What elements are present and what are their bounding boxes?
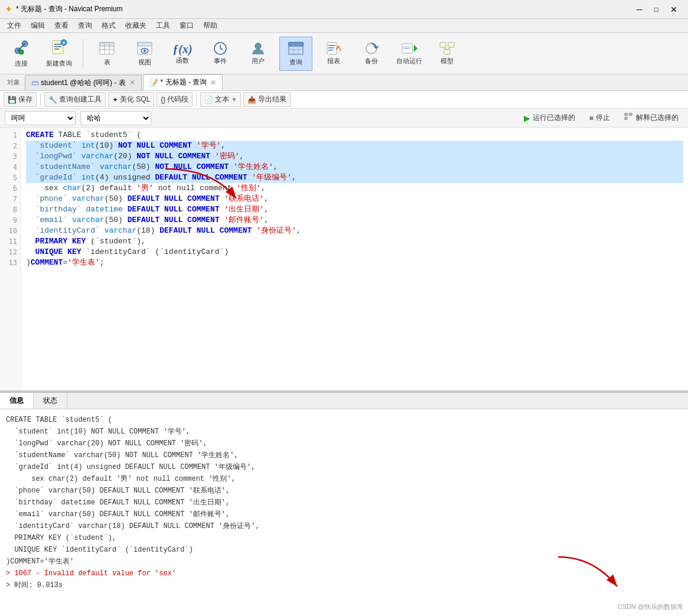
code-line-5: `gradeId` int(4) unsigned DEFAULT NULL C… (26, 172, 683, 183)
tool-connect-label: 连接 (15, 59, 28, 68)
tab-info[interactable]: 信息 (0, 393, 34, 409)
autorun-icon (401, 41, 418, 57)
line-num-6: 6 (0, 183, 21, 194)
db-select-2[interactable]: 哈哈 (80, 111, 151, 125)
menu-favorites[interactable]: 收藏夹 (120, 19, 151, 32)
editor-container[interactable]: 1 2 3 4 5 6 7 8 9 10 11 12 13 CREATE TAB… (0, 128, 688, 390)
snippet-button[interactable]: {} 代码段 (156, 92, 193, 107)
info-line-9: `email` varchar(50) DEFAULT NULL COMMENT… (6, 509, 682, 520)
code-line-10: `identityCard` varchar(18) DEFAULT NULL … (26, 226, 683, 236)
bottom-content: CREATE TABLE `student5` ( `student` int(… (0, 409, 688, 616)
line-num-2: 2 (0, 141, 21, 151)
event-label: 事件 (214, 57, 227, 66)
table-icon (99, 40, 115, 58)
menu-window[interactable]: 窗口 (175, 19, 198, 32)
code-line-8: `birthday` datetime DEFAULT NULL COMMENT… (26, 204, 683, 215)
tool-table[interactable]: 表 (90, 37, 123, 71)
backup-icon (363, 41, 380, 57)
watermark: CSDN @快乐的数据库 (618, 602, 683, 611)
menu-file[interactable]: 文件 (2, 19, 26, 32)
tool-backup[interactable]: 备份 (355, 37, 388, 71)
min-btn[interactable]: ─ (631, 5, 648, 14)
line-num-5: 5 (0, 172, 21, 183)
code-line-13: )COMMENT='学生表'; (26, 258, 683, 268)
tool-query[interactable]: 查询 (279, 37, 312, 71)
menu-help[interactable]: 帮助 (198, 19, 222, 32)
explain-button[interactable]: 解释已选择的 (619, 111, 683, 125)
menu-query[interactable]: 查询 (73, 19, 97, 32)
tool-function[interactable]: ƒ(x) 函数 (166, 37, 199, 71)
action-sep-1 (40, 94, 41, 106)
tab-student1-close[interactable]: ✕ (129, 79, 135, 87)
tab-status[interactable]: 状态 (34, 393, 67, 409)
svg-rect-39 (444, 50, 450, 54)
beautify-button[interactable]: ✦ 美化 SQL (108, 92, 154, 107)
menu-view[interactable]: 查看 (50, 19, 73, 32)
autorun-label: 自动运行 (396, 57, 422, 66)
toolbar: 连接 + 新建查询 表 视图 ƒ(x) 函数 事件 用户 (0, 33, 688, 74)
new-query-label: 新建查询 (46, 59, 72, 68)
tool-user[interactable]: 用户 (242, 37, 275, 71)
line-num-3: 3 (0, 151, 21, 162)
text-button[interactable]: 📄 文本 ▼ (200, 92, 241, 107)
backup-label: 备份 (365, 57, 378, 66)
time-line: > 时间: 0.013s (6, 579, 682, 591)
text-dropdown-icon: ▼ (231, 96, 237, 103)
svg-point-3 (19, 50, 24, 54)
code-editor[interactable]: CREATE TABLE `student5` ( `student` int(… (21, 128, 688, 390)
tool-view[interactable]: 视图 (128, 37, 161, 71)
object-label: 对象 (2, 76, 25, 89)
stop-icon: ■ (589, 114, 594, 122)
tool-autorun[interactable]: 自动运行 (393, 37, 426, 71)
bottom-panel: 信息 状态 CREATE TABLE `student5` ( `student… (0, 392, 688, 616)
save-icon: 💾 (8, 96, 17, 104)
code-line-12: UNIQUE KEY `identityCard` (`identityCard… (26, 247, 683, 258)
tool-report[interactable]: 报表 (317, 37, 350, 71)
text-label: 文本 (215, 94, 229, 105)
title-bar: ✦ * 无标题 - 查询 - Navicat Premium ─ □ ✕ (0, 0, 688, 19)
query-designer-button[interactable]: 🔧 查询创建工具 (44, 92, 106, 107)
app-icon: ✦ (5, 4, 12, 15)
play-icon: ▶ (524, 113, 530, 123)
menu-bar: 文件 编辑 查看 查询 格式 收藏夹 工具 窗口 帮助 (0, 19, 688, 33)
info-line-3: `longPwd` varchar(20) NOT NULL COMMENT '… (6, 438, 682, 449)
line-num-4: 4 (0, 162, 21, 172)
run-selected-button[interactable]: ▶ 运行已选择的 (519, 111, 580, 125)
info-line-1: CREATE TABLE `student5` ( (6, 414, 682, 426)
code-line-4: `studentName` varchar(50) NOT NULL COMME… (26, 162, 683, 172)
info-line-10: `identityCard` varchar(18) DEFAULT NULL … (6, 520, 682, 532)
info-line-11: PRIMARY KEY (`student`), (6, 532, 682, 544)
svg-rect-38 (448, 43, 454, 47)
line-num-10: 10 (0, 226, 21, 236)
save-button[interactable]: 💾 保存 (4, 92, 37, 107)
line-num-12: 12 (0, 247, 21, 258)
action-bar: 💾 保存 🔧 查询创建工具 ✦ 美化 SQL {} 代码段 📄 文本 ▼ 📤 导… (0, 91, 688, 109)
code-line-9: `email` varchar(50) DEFAULT NULL COMMENT… (26, 215, 683, 226)
tab-student1[interactable]: 🗃 student1 @哈哈 (呵呵) - 表 ✕ (25, 75, 142, 90)
code-line-7: `phone` varchar(50) DEFAULT NULL COMMENT… (26, 194, 683, 204)
tool-model[interactable]: 模型 (431, 37, 464, 71)
tool-new-query[interactable]: + 新建查询 (43, 37, 76, 71)
menu-edit[interactable]: 编辑 (26, 19, 50, 32)
svg-rect-42 (624, 113, 628, 116)
export-label: 导出结果 (258, 94, 286, 105)
svg-rect-37 (440, 43, 446, 47)
save-label: 保存 (18, 94, 32, 105)
query-designer-label: 查询创建工具 (59, 94, 102, 105)
menu-format[interactable]: 格式 (97, 19, 120, 32)
code-line-3: `longPwd` varchar(20) NOT NULL COMMENT '… (26, 151, 683, 162)
menu-tools[interactable]: 工具 (151, 19, 175, 32)
tab-untitled[interactable]: 📝 * 无标题 - 查询 ✕ (143, 74, 223, 90)
max-btn[interactable]: □ (648, 5, 664, 14)
tab-untitled-close[interactable]: ✕ (210, 79, 216, 87)
db-select-1[interactable]: 呵呵 (5, 111, 76, 125)
explain-label: 解释已选择的 (636, 113, 679, 123)
stop-button[interactable]: ■ 停止 (585, 111, 615, 125)
tool-connect[interactable]: 连接 (5, 37, 38, 71)
model-label: 模型 (441, 57, 454, 66)
query-tab-icon: 📝 (149, 79, 158, 87)
tool-event[interactable]: 事件 (204, 37, 237, 71)
export-button[interactable]: 📤 导出结果 (243, 92, 291, 107)
close-btn[interactable]: ✕ (664, 5, 683, 14)
query-icon (288, 40, 304, 58)
